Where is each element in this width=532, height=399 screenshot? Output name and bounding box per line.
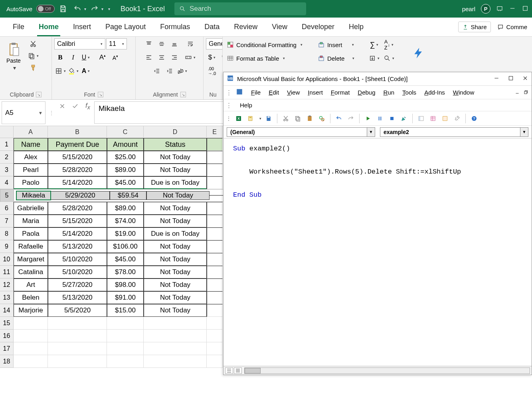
cell[interactable]: Not Today bbox=[144, 164, 207, 176]
conditional-formatting-button[interactable]: Conditional Formatting▾ bbox=[225, 39, 304, 50]
cell[interactable]: $89.00 bbox=[107, 164, 144, 176]
vba-cut-icon[interactable] bbox=[281, 114, 291, 123]
font-name-select[interactable]: Calibri▾ bbox=[54, 38, 105, 49]
vba-menu-view[interactable]: View bbox=[287, 89, 300, 96]
cell[interactable]: Status bbox=[144, 138, 207, 151]
cell[interactable]: Not Today bbox=[144, 279, 207, 291]
cell[interactable]: Marjorie bbox=[14, 304, 48, 317]
row-header[interactable]: 6 bbox=[0, 202, 14, 215]
cell[interactable]: Not Today bbox=[146, 191, 210, 200]
tab-developer[interactable]: Developer bbox=[295, 18, 342, 36]
share-button[interactable]: Share bbox=[458, 22, 491, 32]
cell[interactable]: Alex bbox=[14, 151, 48, 164]
insert-cells-button[interactable]: Insert ▾ bbox=[316, 39, 356, 50]
col-header-B[interactable]: B bbox=[48, 126, 107, 138]
cell[interactable]: Mikaela bbox=[16, 191, 51, 200]
format-painter-icon[interactable] bbox=[27, 62, 39, 73]
cell[interactable] bbox=[207, 291, 223, 304]
cell[interactable] bbox=[144, 355, 207, 368]
name-box[interactable]: A5▼ bbox=[2, 101, 45, 124]
select-all-corner[interactable] bbox=[0, 126, 14, 138]
col-header-C[interactable]: C bbox=[107, 126, 144, 138]
cell[interactable]: Not Today bbox=[144, 253, 207, 266]
cell[interactable]: Not Today bbox=[144, 151, 207, 164]
row-header[interactable]: 17 bbox=[0, 342, 14, 355]
search-input[interactable]: Search bbox=[174, 2, 306, 15]
vba-menu-run[interactable]: Run bbox=[384, 89, 395, 96]
cell[interactable] bbox=[144, 317, 207, 330]
vba-procedure-select[interactable]: example2▼ bbox=[380, 127, 528, 137]
cell[interactable] bbox=[207, 151, 223, 164]
alignment-launcher-icon[interactable]: ↘ bbox=[180, 92, 186, 97]
tab-file[interactable]: File bbox=[6, 18, 32, 36]
fill-icon[interactable]: ▾ bbox=[368, 53, 380, 64]
minimize-icon[interactable] bbox=[509, 5, 516, 13]
merge-icon[interactable]: ▾ bbox=[184, 52, 196, 63]
cell[interactable]: $91.00 bbox=[107, 291, 144, 304]
vba-save-icon[interactable] bbox=[264, 114, 273, 123]
cell[interactable] bbox=[107, 355, 144, 368]
orientation-icon[interactable]: ab▾ bbox=[176, 65, 188, 77]
vba-toolbox-icon[interactable] bbox=[452, 114, 462, 123]
autosum-icon[interactable]: ∑▾ bbox=[368, 39, 380, 50]
cell[interactable] bbox=[107, 342, 144, 355]
cell[interactable]: Due is on Today bbox=[144, 227, 207, 240]
col-header-D[interactable]: D bbox=[144, 126, 207, 138]
row-header[interactable]: 12 bbox=[0, 279, 14, 291]
cell[interactable]: Art bbox=[14, 279, 48, 291]
col-header-E[interactable]: E bbox=[207, 126, 223, 138]
save-icon[interactable] bbox=[57, 3, 69, 15]
cell[interactable]: Paolo bbox=[14, 176, 48, 189]
paste-button[interactable]: Paste ▾ bbox=[2, 38, 25, 75]
cell[interactable]: $45.00 bbox=[107, 253, 144, 266]
cell[interactable] bbox=[14, 330, 48, 342]
autosave-toggle[interactable]: Off bbox=[36, 5, 55, 13]
cell[interactable]: $78.00 bbox=[107, 266, 144, 279]
cell[interactable] bbox=[207, 176, 223, 189]
borders-icon[interactable]: ▾ bbox=[54, 65, 66, 77]
cell[interactable] bbox=[14, 355, 48, 368]
find-select-icon[interactable]: ▾ bbox=[381, 53, 397, 64]
qat-customize-icon[interactable]: ▾ bbox=[108, 7, 110, 11]
vba-find-icon[interactable] bbox=[317, 114, 326, 123]
redo-dropdown-icon[interactable]: ▾ bbox=[101, 7, 103, 11]
percent-icon[interactable]: % bbox=[219, 52, 223, 63]
vba-hscrollbar[interactable] bbox=[244, 367, 530, 374]
number-format-select[interactable]: General▾ bbox=[206, 38, 223, 49]
vba-run-icon[interactable] bbox=[363, 114, 373, 123]
align-left-icon[interactable] bbox=[143, 52, 155, 63]
cell[interactable] bbox=[207, 164, 223, 176]
ribbon-display-icon[interactable] bbox=[496, 5, 503, 13]
row-header[interactable]: 11 bbox=[0, 266, 14, 279]
format-as-table-button[interactable]: Format as Table▾ bbox=[225, 53, 304, 64]
cell[interactable]: 5/5/2020 bbox=[48, 304, 107, 317]
vba-full-module-view-icon[interactable] bbox=[234, 367, 242, 374]
vba-insert-module-icon[interactable] bbox=[246, 114, 255, 123]
align-top-icon[interactable] bbox=[143, 38, 155, 49]
cell[interactable]: $19.00 bbox=[107, 227, 144, 240]
ideas-button[interactable] bbox=[409, 39, 429, 67]
cell[interactable] bbox=[207, 227, 223, 240]
col-header-A[interactable]: A bbox=[14, 126, 48, 138]
cell[interactable]: Not Today bbox=[144, 304, 207, 317]
cell[interactable]: 5/15/2020 bbox=[48, 151, 107, 164]
row-header[interactable]: 1 bbox=[0, 138, 14, 151]
cell[interactable]: Name bbox=[14, 138, 48, 151]
vba-child-minimize-icon[interactable] bbox=[515, 89, 520, 96]
vba-paste-icon[interactable] bbox=[305, 114, 314, 123]
cell[interactable] bbox=[48, 342, 107, 355]
cell[interactable] bbox=[207, 138, 223, 151]
cell[interactable] bbox=[207, 304, 223, 317]
maximize-icon[interactable] bbox=[522, 5, 529, 13]
vba-menu-help[interactable]: Help bbox=[240, 102, 252, 109]
vba-titlebar[interactable]: VB Microsoft Visual Basic for Applicatio… bbox=[223, 72, 532, 86]
vba-design-mode-icon[interactable] bbox=[399, 114, 409, 123]
cell[interactable]: 5/13/2020 bbox=[48, 291, 107, 304]
cell[interactable]: Pearl bbox=[14, 164, 48, 176]
row-header[interactable]: 15 bbox=[0, 317, 14, 330]
vba-menu-insert[interactable]: Insert bbox=[308, 89, 323, 96]
row-header[interactable]: 14 bbox=[0, 304, 14, 317]
increase-font-icon[interactable]: A▴ bbox=[97, 52, 109, 63]
cell[interactable]: $25.00 bbox=[107, 151, 144, 164]
cell[interactable] bbox=[207, 317, 223, 330]
